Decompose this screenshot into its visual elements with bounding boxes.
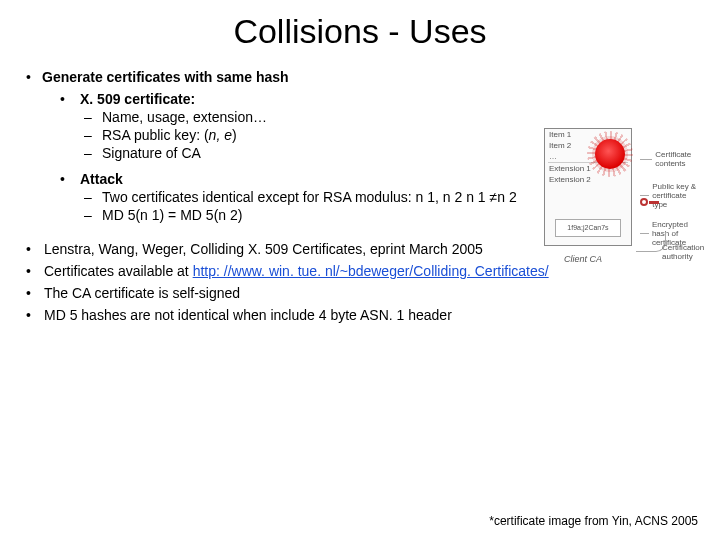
attack-item: MD 5(n 1) = MD 5(n 2) <box>102 207 242 223</box>
bullet-marker: • <box>60 171 80 187</box>
bullet-text: Generate certificates with same hash <box>42 69 289 85</box>
diagram-label: Certificate contents <box>640 150 702 168</box>
dash-marker: – <box>84 145 102 161</box>
cert-url-link[interactable]: http: //www. win. tue. nl/~bdeweger/Coll… <box>193 263 549 279</box>
text: RSA public key: ( <box>102 127 209 143</box>
ca-label: Certification authority <box>662 244 704 262</box>
dash-marker: – <box>84 109 102 125</box>
ref-item: MD 5 hashes are not identical when inclu… <box>44 307 452 323</box>
ref-item: Lenstra, Wang, Weger, Colliding X. 509 C… <box>44 241 483 257</box>
bullet-marker: • <box>26 263 44 279</box>
text-italic: n, e <box>209 127 232 143</box>
dash-marker: – <box>84 207 102 223</box>
section-attack: • Attack –Two certificates identical exc… <box>60 171 550 223</box>
x509-heading: X. 509 certificate: <box>80 91 195 107</box>
bullet-marker: • <box>26 285 44 301</box>
client-label: Client CA <box>564 254 602 264</box>
seal-icon <box>595 139 625 169</box>
cert-field: Item 1 <box>545 129 631 140</box>
x509-item: Name, usage, extension… <box>102 109 267 125</box>
key-icon <box>640 198 658 208</box>
bullet-marker: • <box>26 241 44 257</box>
x509-item: RSA public key: (n, e) <box>102 127 237 143</box>
cert-field: Extension 2 <box>545 174 631 185</box>
slide-title: Collisions - Uses <box>0 0 720 59</box>
attack-heading: Attack <box>80 171 123 187</box>
text: ) <box>232 127 237 143</box>
ref-item: Certificates available at http: //www. w… <box>44 263 549 279</box>
dash-marker: – <box>84 127 102 143</box>
bullet-marker: • <box>60 91 80 107</box>
footnote: *certificate image from Yin, ACNS 2005 <box>489 514 698 528</box>
bullet-marker: • <box>26 307 44 323</box>
x509-item: Signature of CA <box>102 145 201 161</box>
bullet-generate: • Generate certificates with same hash <box>26 69 694 85</box>
bullet-marker: • <box>26 69 42 85</box>
cert-box: Item 1 Item 2 … Extension 1 Extension 2 … <box>544 128 632 246</box>
ref-item: The CA certificate is self-signed <box>44 285 240 301</box>
text: Certificates available at <box>44 263 193 279</box>
dash-marker: – <box>84 189 102 205</box>
certificate-diagram: Item 1 Item 2 … Extension 1 Extension 2 … <box>544 128 702 278</box>
attack-item: Two certificates identical except for RS… <box>102 189 517 205</box>
cert-hash: 1f9a;j2Can7s <box>555 219 621 237</box>
